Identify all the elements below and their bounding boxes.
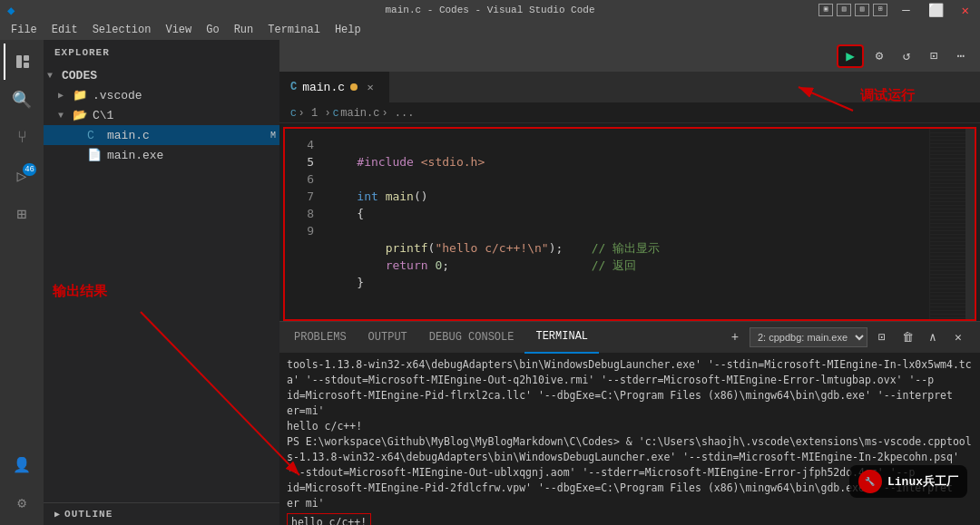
code-line-3 [328,170,922,188]
window-icons: ▣ ▤ ▥ ⊞ [818,4,887,16]
editor-terminal-container: ▶ ⚙ ↺ ⊡ ⋯ C main.c ✕ C › 1 › C main.c › … [279,40,980,525]
split-editor-button[interactable]: ⊡ [922,44,946,68]
breadcrumb-c: C [290,108,297,119]
line-num-9: 9 [289,222,314,239]
tab-debug-console[interactable]: DEBUG CONSOLE [418,322,525,354]
svg-rect-1 [24,55,29,61]
chevron-right-icon: ▶ [58,90,73,101]
tab-mainc-label: main.c [302,81,345,94]
add-terminal-button[interactable]: + [724,326,746,348]
explorer-activity-icon[interactable] [4,44,40,80]
explorer-header: EXPLORER [44,40,279,65]
tab-problems[interactable]: PROBLEMS [283,322,358,354]
menu-edit[interactable]: Edit [44,22,85,38]
tree-item-mainexe[interactable]: 📄 main.exe [44,145,279,165]
output-result-annotation: 输出结果 [53,283,107,300]
mainc-file-label: main.c [107,129,150,142]
svg-rect-2 [24,63,29,68]
vertical-scrollbar[interactable] [965,129,975,319]
c1-folder-label: C\1 [93,109,113,122]
vscode-folder-icon: 📁 [73,88,89,102]
toggle-full-icon[interactable]: ⊞ [873,4,887,16]
mainexe-file-icon: 📄 [87,148,103,162]
mainc-modified-indicator: M [270,131,276,141]
window-maximize-button[interactable]: ⬜ [925,3,947,18]
split-terminal-button[interactable]: ⊡ [871,326,893,348]
code-line-6 [328,222,922,239]
toggle-panel-icon[interactable]: ▤ [837,4,851,16]
extensions-activity-icon[interactable]: ⊞ [4,196,40,232]
logo-text: Linux兵工厂 [887,473,958,490]
tree-item-vscode[interactable]: ▶ 📁 .vscode [44,85,279,105]
run-badge: 46 [23,163,36,176]
outline-chevron-icon: ▶ [54,509,61,520]
titlebar-left: ◆ [7,3,15,18]
terminal-selector[interactable]: 2: cppdbg: main.exe [750,327,867,347]
titlebar: ◆ main.c - Codes - Visual Studio Code ▣ … [0,0,980,20]
tree-item-mainc[interactable]: C main.c M [44,125,279,145]
history-button[interactable]: ↺ [895,44,918,68]
close-terminal-button[interactable]: ✕ [947,326,969,348]
code-line-5: { [328,205,922,222]
code-editor: 4 5 6 7 8 9 #include <stdio.h> int main(… [283,127,976,321]
run-activity-icon[interactable]: ▷ 46 [4,158,40,194]
c1-folder-icon: 📂 [73,108,89,122]
mainexe-file-label: main.exe [107,149,163,162]
tree-item-c1[interactable]: ▼ 📂 C\1 [44,105,279,125]
outline-header[interactable]: ▶ OUTLINE [44,503,279,525]
more-options-button[interactable]: ⋯ [949,44,973,68]
chevron-down-icon: ▼ [47,71,62,81]
line-numbers: 4 5 6 7 8 9 [285,129,321,319]
breadcrumb-mainc: main.c [340,107,379,120]
settings-activity-icon[interactable]: ⚙ [4,485,40,521]
tab-output[interactable]: OUTPUT [358,322,418,354]
tab-mainc[interactable]: C main.c ✕ [279,72,389,103]
terminal-content[interactable]: tools-1.13.8-win32-x64\debugAdapters\bin… [279,354,980,525]
trash-terminal-button[interactable]: 🗑 [897,326,918,348]
line-num-4: 4 [289,136,314,153]
accounts-activity-icon[interactable]: 👤 [4,447,40,483]
logo-circle: 🔧 [858,470,882,493]
tab-modified-dot [350,83,358,91]
breadcrumb-sep2: › ... [381,107,414,120]
line-num-6: 6 [289,170,314,188]
window-minimize-button[interactable]: — [898,3,913,17]
toggle-panel2-icon[interactable]: ▥ [855,4,869,16]
code-line-9: } [328,274,922,291]
sidebar-bottom: ▶ OUTLINE [44,502,279,525]
chevron-down2-icon: ▼ [58,111,73,121]
code-line-8: return 0; // 返回 [328,257,922,274]
menu-run[interactable]: Run [227,22,261,38]
menu-view[interactable]: View [158,22,199,38]
menu-file[interactable]: File [4,22,44,38]
svg-rect-0 [16,55,22,68]
breadcrumb: C › 1 › C main.c › ... [279,103,980,123]
menu-help[interactable]: Help [328,22,368,38]
toggle-sidebar-icon[interactable]: ▣ [818,4,833,16]
tab-close-icon[interactable]: ✕ [363,80,377,94]
expand-terminal-button[interactable]: ∧ [922,326,944,348]
scm-activity-icon[interactable]: ⑂ [4,120,40,156]
term-line-hello1: hello c/c++! [287,419,973,434]
menu-terminal[interactable]: Terminal [260,22,328,38]
code-content[interactable]: #include <stdio.h> int main() { printf("… [321,129,929,319]
window-close-button[interactable]: ✕ [958,3,973,18]
code-line-1 [328,136,922,153]
code-line-2: #include <stdio.h> [328,153,922,170]
breadcrumb-file: C [333,108,339,119]
editor-toolbar: ▶ ⚙ ↺ ⊡ ⋯ [279,40,980,72]
debug-settings-button[interactable]: ⚙ [867,44,891,68]
term-line-1: tools-1.13.8-win32-x64\debugAdapters\bin… [287,357,973,419]
search-activity-icon[interactable]: 🔍 [4,82,40,118]
term-hello-highlighted: hello c/c++! [287,513,371,525]
menu-selection[interactable]: Selection [85,22,159,38]
terminal-tabs-bar: PROBLEMS OUTPUT DEBUG CONSOLE TERMINAL +… [279,322,980,354]
codes-folder-label: CODES [62,69,97,83]
tree-root-codes[interactable]: ▼ CODES [44,65,279,85]
menu-go[interactable]: Go [199,22,226,38]
main-container: 🔍 ⑂ ▷ 46 ⊞ 👤 ⚙ EXPLORER ▼ CODES ▶ 📁 .vsc… [0,40,980,525]
code-line-4: int main() [328,188,922,205]
tab-terminal[interactable]: TERMINAL [524,322,599,354]
line-num-8: 8 [289,205,314,222]
run-debug-button[interactable]: ▶ [837,44,864,68]
